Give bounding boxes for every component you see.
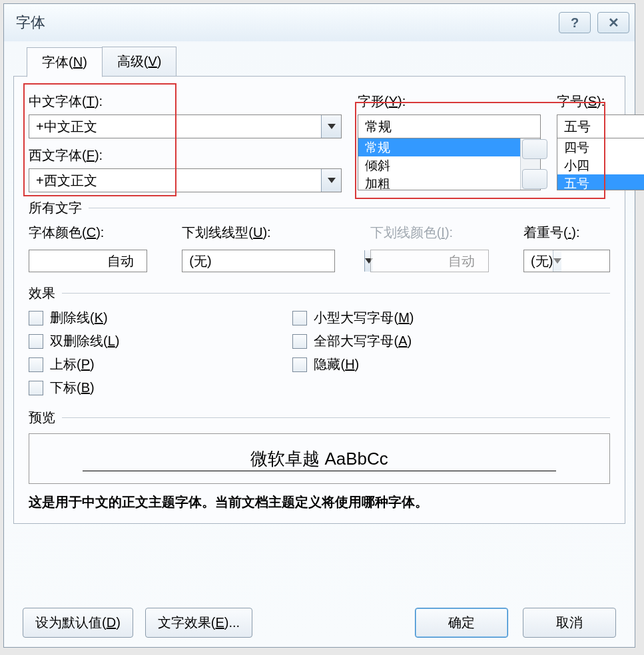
divider xyxy=(89,208,610,208)
checkbox-box xyxy=(29,381,43,395)
checkbox-box xyxy=(29,311,43,326)
western-font-dropdown-button[interactable] xyxy=(321,169,341,192)
help-button[interactable]: ? xyxy=(559,12,591,33)
chinese-font-dropdown-button[interactable] xyxy=(321,115,341,138)
cancel-button[interactable]: 取消 xyxy=(523,608,616,638)
checkbox-box xyxy=(292,334,307,349)
font-style-input-box[interactable] xyxy=(358,114,541,138)
scroll-up-button[interactable] xyxy=(522,139,547,159)
preview-text: 微软卓越 AaBbCc xyxy=(250,447,388,471)
close-button[interactable]: ✕ xyxy=(597,12,629,33)
tab-panel: 中文字体(T): 西文字体(F): xyxy=(13,76,625,524)
description-text: 这是用于中文的正文主题字体。当前文档主题定义将使用哪种字体。 xyxy=(29,493,610,511)
font-size-input-box[interactable] xyxy=(557,114,644,138)
text-effects-button[interactable]: 文字效果(E)... xyxy=(145,608,252,638)
underline-style-combo[interactable] xyxy=(182,250,335,272)
font-style-input[interactable] xyxy=(358,115,540,138)
checkbox-all-caps[interactable]: 全部大写字母(A) xyxy=(292,332,414,350)
all-text-label: 所有文字 xyxy=(29,199,82,217)
chevron-down-icon xyxy=(553,258,561,264)
underline-style-input[interactable] xyxy=(182,250,364,272)
preview-label: 预览 xyxy=(29,409,55,427)
set-default-button[interactable]: 设为默认值(D) xyxy=(23,608,133,638)
underline-style-label: 下划线线型(U): xyxy=(182,224,335,242)
list-item[interactable]: 倾斜 xyxy=(358,156,520,174)
list-item[interactable]: 加粗 xyxy=(358,174,520,190)
font-size-input[interactable] xyxy=(557,115,644,138)
svg-marker-1 xyxy=(328,178,336,183)
list-item[interactable]: 四号 xyxy=(557,138,644,156)
font-color-label: 字体颜色(C): xyxy=(29,224,147,242)
checkbox-box xyxy=(29,357,43,372)
chinese-font-combo[interactable] xyxy=(29,114,342,138)
western-font-input[interactable] xyxy=(29,169,321,192)
tab-font[interactable]: 字体(N) xyxy=(27,47,103,77)
checkbox-subscript[interactable]: 下标(B) xyxy=(29,379,119,397)
checkbox-hidden[interactable]: 隐藏(H) xyxy=(292,355,414,373)
underline-color-combo xyxy=(370,250,489,272)
underline-color-label: 下划线颜色(I): xyxy=(370,224,489,242)
chinese-font-label: 中文字体(T): xyxy=(29,93,342,110)
font-style-label: 字形(Y): xyxy=(358,93,541,110)
svg-marker-8 xyxy=(553,258,561,264)
preview-box: 微软卓越 AaBbCc xyxy=(29,433,610,484)
checkbox-double-strikethrough[interactable]: 双删除线(L) xyxy=(29,332,119,350)
chevron-down-icon xyxy=(328,178,336,183)
font-size-label: 字号(S): xyxy=(557,93,644,110)
font-size-listbox[interactable]: 四号 小四 五号 xyxy=(557,138,644,190)
svg-marker-0 xyxy=(328,124,336,129)
dialog-title: 字体 xyxy=(16,13,559,33)
checkbox-small-caps[interactable]: 小型大写字母(M) xyxy=(292,309,414,327)
divider xyxy=(62,293,610,294)
chevron-down-icon xyxy=(328,124,336,129)
font-color-combo[interactable] xyxy=(29,250,147,272)
checkbox-superscript[interactable]: 上标(P) xyxy=(29,355,119,373)
font-dialog: 字体 ? ✕ 字体(N) 高级(V) 中文字体(T): xyxy=(3,3,635,648)
ok-button[interactable]: 确定 xyxy=(415,608,508,638)
checkbox-box xyxy=(29,334,43,349)
scrollbar[interactable] xyxy=(520,138,540,190)
underline-color-dropdown-button xyxy=(553,250,561,272)
emphasis-label: 着重号(·): xyxy=(523,224,610,242)
tab-advanced[interactable]: 高级(V) xyxy=(102,47,177,77)
font-style-listbox[interactable]: 常规 倾斜 加粗 xyxy=(358,138,541,190)
western-font-combo[interactable] xyxy=(29,168,342,192)
chinese-font-input[interactable] xyxy=(29,115,321,138)
western-font-label: 西文字体(F): xyxy=(29,146,342,164)
divider xyxy=(62,417,610,418)
checkbox-strikethrough[interactable]: 删除线(K) xyxy=(29,309,119,327)
tabs: 字体(N) 高级(V) xyxy=(27,47,625,77)
list-item[interactable]: 常规 xyxy=(358,138,520,156)
button-bar: 设为默认值(D) 文字效果(E)... 确定 取消 xyxy=(23,608,616,638)
effects-label: 效果 xyxy=(29,284,55,302)
list-item[interactable]: 小四 xyxy=(557,156,644,174)
scroll-down-button[interactable] xyxy=(522,169,547,189)
checkbox-box xyxy=(292,311,307,326)
checkbox-box xyxy=(292,357,307,372)
list-item[interactable]: 五号 xyxy=(557,174,644,190)
titlebar: 字体 ? ✕ xyxy=(4,4,635,41)
underline-color-input xyxy=(371,250,553,272)
